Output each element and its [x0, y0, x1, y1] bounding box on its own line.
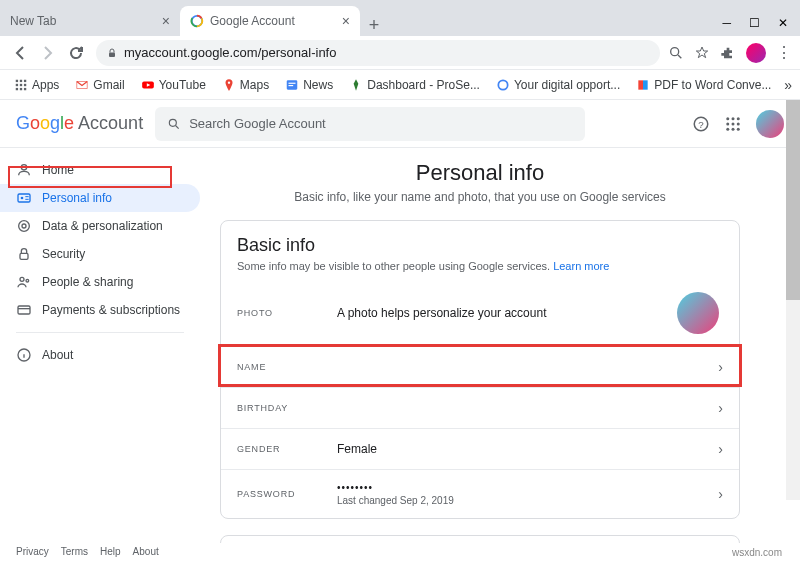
svg-rect-9	[16, 87, 18, 89]
learn-more-link[interactable]: Learn more	[553, 260, 609, 272]
svg-rect-40	[18, 306, 30, 314]
row-password[interactable]: PASSWORD •••••••• Last changed Sep 2, 20…	[221, 469, 739, 518]
svg-point-32	[21, 165, 26, 170]
svg-point-35	[22, 224, 26, 228]
row-gender[interactable]: GENDER Female ›	[221, 428, 739, 469]
svg-point-34	[21, 197, 24, 200]
row-photo[interactable]: PHOTO A photo helps personalize your acc…	[221, 280, 739, 346]
sidebar-item-home[interactable]: Home	[0, 156, 200, 184]
account-avatar-icon[interactable]	[756, 110, 784, 138]
page-title: Personal info	[220, 160, 740, 186]
bookmark-apps[interactable]: Apps	[8, 75, 65, 95]
tab-new[interactable]: New Tab ×	[0, 6, 180, 36]
sidebar-item-data[interactable]: Data & personalization	[0, 212, 200, 240]
sidebar-item-personal-info[interactable]: Personal info	[0, 184, 200, 212]
row-name[interactable]: NAME ›	[221, 346, 739, 387]
dashboard-icon	[349, 78, 363, 92]
card-subtitle: Some info may be visible to other people…	[237, 260, 723, 272]
bookmark-youtube[interactable]: YouTube	[135, 75, 212, 95]
apps-grid-icon[interactable]	[724, 115, 742, 133]
svg-rect-7	[20, 83, 22, 85]
divider	[16, 332, 184, 333]
svg-rect-33	[18, 194, 30, 202]
home-icon	[16, 162, 32, 178]
help-icon[interactable]: ?	[692, 115, 710, 133]
svg-point-17	[498, 80, 507, 89]
search-input[interactable]: Search Google Account	[155, 107, 585, 141]
svg-point-24	[732, 117, 735, 120]
svg-point-36	[19, 221, 30, 232]
search-placeholder: Search Google Account	[189, 116, 326, 131]
back-button[interactable]	[8, 41, 32, 65]
scrollbar[interactable]	[786, 100, 800, 500]
people-icon	[16, 274, 32, 290]
forward-button[interactable]	[36, 41, 60, 65]
maximize-icon[interactable]: ☐	[749, 16, 760, 30]
menu-icon[interactable]: ⋮	[776, 43, 792, 62]
svg-rect-4	[20, 79, 22, 81]
svg-text:?: ?	[698, 118, 704, 129]
svg-rect-37	[20, 253, 28, 259]
scrollbar-thumb[interactable]	[786, 100, 800, 300]
google-icon	[496, 78, 510, 92]
sidebar-item-security[interactable]: Security	[0, 240, 200, 268]
svg-rect-6	[16, 83, 18, 85]
footer-link[interactable]: Privacy	[16, 546, 49, 557]
zoom-icon[interactable]	[668, 45, 684, 61]
star-icon[interactable]	[694, 45, 710, 61]
footer-link[interactable]: Help	[100, 546, 121, 557]
maps-icon	[222, 78, 236, 92]
lock-icon	[16, 246, 32, 262]
tab-title: Google Account	[210, 14, 295, 28]
svg-point-28	[737, 122, 740, 125]
lock-icon	[106, 47, 118, 59]
bookmark-pdf[interactable]: PDF to Word Conve...	[630, 75, 777, 95]
sidebar-item-payments[interactable]: Payments & subscriptions	[0, 296, 200, 324]
apps-icon	[14, 78, 28, 92]
extensions-icon[interactable]	[720, 45, 736, 61]
bookmark-gmail[interactable]: Gmail	[69, 75, 130, 95]
reload-button[interactable]	[64, 41, 88, 65]
profile-avatar-icon[interactable]	[746, 43, 766, 63]
close-window-icon[interactable]: ✕	[778, 16, 788, 30]
row-birthday[interactable]: BIRTHDAY ›	[221, 387, 739, 428]
page-subtitle: Basic info, like your name and photo, th…	[220, 190, 740, 204]
footer-link[interactable]: About	[133, 546, 159, 557]
tab-google-account[interactable]: Google Account ×	[180, 6, 360, 36]
page-header: Google Account Search Google Account ?	[0, 100, 800, 148]
svg-rect-18	[639, 80, 644, 89]
chevron-right-icon: ›	[718, 486, 723, 502]
sidebar-item-people[interactable]: People & sharing	[0, 268, 200, 296]
pdf-icon	[636, 78, 650, 92]
chevron-right-icon: ›	[718, 400, 723, 416]
sidebar-item-about[interactable]: About	[0, 341, 200, 369]
svg-rect-11	[24, 87, 26, 89]
url-text: myaccount.google.com/personal-info	[124, 45, 336, 60]
bookmarks-overflow-icon[interactable]: »	[784, 77, 792, 93]
new-tab-button[interactable]: +	[360, 15, 388, 36]
bookmark-digital[interactable]: Your digital opport...	[490, 75, 626, 95]
svg-point-20	[169, 119, 176, 126]
basic-info-card: Basic info Some info may be visible to o…	[220, 220, 740, 519]
news-icon	[285, 78, 299, 92]
svg-rect-8	[24, 83, 26, 85]
minimize-icon[interactable]: ─	[722, 16, 731, 30]
close-icon[interactable]: ×	[342, 13, 350, 29]
tab-title: New Tab	[10, 14, 56, 28]
bookmark-news[interactable]: News	[279, 75, 339, 95]
bookmark-maps[interactable]: Maps	[216, 75, 275, 95]
info-icon	[16, 347, 32, 363]
svg-rect-19	[643, 80, 648, 89]
chevron-right-icon: ›	[718, 359, 723, 375]
sidebar: Home Personal info Data & personalizatio…	[0, 148, 200, 543]
favicon-icon	[190, 14, 204, 28]
close-icon[interactable]: ×	[162, 13, 170, 29]
footer-link[interactable]: Terms	[61, 546, 88, 557]
contact-info-card: Contact info EMAIL › PHONE ›	[220, 535, 740, 543]
bookmark-dashboard[interactable]: Dashboard - ProSe...	[343, 75, 486, 95]
address-bar: myaccount.google.com/personal-info ⋮	[0, 36, 800, 70]
url-input[interactable]: myaccount.google.com/personal-info	[96, 40, 660, 66]
svg-rect-16	[289, 85, 294, 86]
google-account-logo[interactable]: Google Account	[16, 113, 143, 134]
content: Home Personal info Data & personalizatio…	[0, 148, 800, 543]
